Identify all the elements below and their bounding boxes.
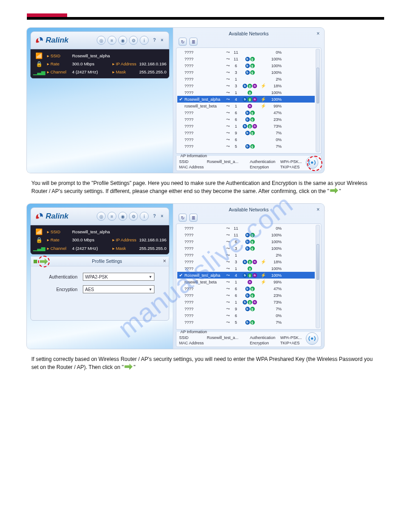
svg-point-1 bbox=[311, 338, 313, 340]
network-row[interactable]: ????⤳9bg7% bbox=[177, 129, 315, 136]
help-button[interactable]: ? bbox=[151, 37, 158, 43]
toolbar-btn-4[interactable]: ⚙ bbox=[129, 36, 138, 45]
available-networks-title: Available Networks bbox=[176, 30, 321, 38]
ap-info-legend: AP Information bbox=[179, 154, 208, 158]
toolbar-btn-1b[interactable]: ◎ bbox=[97, 212, 106, 221]
network-row[interactable]: ????⤳9bg7% bbox=[177, 305, 315, 312]
arrow-icon bbox=[330, 187, 338, 193]
toolbar-btn-3b[interactable]: ◉ bbox=[118, 212, 127, 221]
networks-table-2: ????⤳110%????⤳11bg100%????⤳6bg100%????⤳3… bbox=[176, 223, 321, 330]
panel-close-icon-2[interactable]: × bbox=[317, 206, 320, 213]
network-row[interactable]: ????⤳3bg100% bbox=[177, 245, 315, 252]
auth-select[interactable]: WPA2-PSK▼ bbox=[83, 273, 154, 281]
refresh-icon-2[interactable]: ↻ bbox=[179, 214, 187, 222]
network-row[interactable]: ????⤳3bgn⚡18% bbox=[177, 258, 315, 265]
network-row[interactable]: ????⤳12% bbox=[177, 76, 315, 82]
apinfo-auth-label: Authentication bbox=[250, 159, 280, 164]
network-row[interactable]: ????⤳11bg100% bbox=[177, 232, 315, 238]
list-icon[interactable]: ≣ bbox=[189, 38, 197, 46]
ralink-brand: Ralink bbox=[46, 36, 68, 45]
toolbar-btn-2[interactable]: ≡ bbox=[107, 36, 116, 45]
connect-button[interactable] bbox=[306, 156, 318, 169]
apinfo-enc-label: Encryption bbox=[250, 165, 280, 169]
apinfo-mac-label: MAC Address bbox=[179, 165, 207, 169]
network-row[interactable]: ????⤳60% bbox=[177, 312, 315, 319]
screenshot-2: Ralink ◎ ≡ ◉ ⚙ i ? × 📶 🔒 ▁▃▅ bbox=[27, 204, 324, 349]
svg-point-0 bbox=[311, 162, 313, 164]
header-red-bar bbox=[27, 13, 67, 17]
ralink-titlebar: Ralink ◎ ≡ ◉ ⚙ i ? × bbox=[30, 31, 169, 49]
status-panel: 📶 🔒 ▁▃▅ ▸ SSID Rosewill_test_alpha ▸ Rat… bbox=[30, 49, 169, 78]
rate-label: Rate bbox=[51, 61, 60, 66]
instruction-text-1: You will be prompt to the "Profile Setti… bbox=[31, 179, 380, 196]
network-row[interactable]: rosewill_test_beta⤳1n⚡99% bbox=[177, 103, 315, 109]
networks-scrollbar[interactable] bbox=[316, 49, 320, 152]
profile-settings-title: Profile Settings bbox=[48, 259, 166, 264]
mask-label: Mask bbox=[116, 69, 126, 74]
network-row[interactable]: ????⤳1bgn73% bbox=[177, 299, 315, 305]
networks-scrollbar-2[interactable] bbox=[316, 225, 320, 328]
signal-icon-2: ▁▃▅ bbox=[33, 245, 45, 251]
ralink-logo-2: Ralink bbox=[34, 211, 68, 221]
close-button[interactable]: × bbox=[159, 37, 165, 43]
panel-close-icon[interactable]: × bbox=[317, 30, 320, 37]
apinfo-mac-value bbox=[207, 165, 250, 169]
next-arrow-icon[interactable] bbox=[40, 258, 48, 265]
rate-value: 300.0 Mbps bbox=[72, 61, 112, 66]
toolbar-btn-4b[interactable]: ⚙ bbox=[129, 212, 138, 221]
mask-value: 255.255.255.0 bbox=[139, 69, 177, 74]
network-row[interactable]: ????⤳1bgn73% bbox=[177, 123, 315, 129]
network-row[interactable]: ????⤳3bg100% bbox=[177, 69, 315, 76]
back-square-icon[interactable] bbox=[34, 260, 37, 263]
antenna-icon: 📶 bbox=[35, 52, 43, 59]
lock-icon: 🔒 bbox=[36, 61, 43, 67]
network-row[interactable]: ????⤳110% bbox=[177, 225, 315, 232]
close-button-2[interactable]: × bbox=[159, 213, 165, 219]
network-row[interactable]: ????⤳12% bbox=[177, 252, 315, 258]
network-row[interactable]: ✔Rosewill_test_alpha⤳4bgn⚡100% bbox=[177, 96, 315, 103]
network-row[interactable]: ????⤳5bg7% bbox=[177, 143, 315, 150]
network-row[interactable]: ????⤳3bgn⚡18% bbox=[177, 82, 315, 89]
signal-icon: ▁▃▅ bbox=[33, 69, 45, 75]
ssid-value: Rosewill_test_alpha bbox=[72, 53, 177, 58]
network-row[interactable]: ????⤳6bg47% bbox=[177, 109, 315, 116]
network-row[interactable]: ????⤳110% bbox=[177, 49, 315, 56]
network-row[interactable]: ????⤳6bg23% bbox=[177, 116, 315, 123]
profile-settings-panel: Profile Settings × Authentication WPA2-P… bbox=[30, 256, 169, 321]
refresh-icon[interactable]: ↻ bbox=[179, 38, 187, 46]
network-row[interactable]: ????⤳5bg7% bbox=[177, 319, 315, 326]
ap-information-panel: AP Information SSID Rosewill_test_a... A… bbox=[176, 154, 321, 171]
header-black-bar bbox=[27, 17, 384, 20]
toolbar-btn-3[interactable]: ◉ bbox=[118, 36, 127, 45]
apinfo-ssid-label: SSID bbox=[179, 159, 207, 164]
ssid-label: SSID bbox=[51, 53, 60, 58]
profile-close-icon[interactable]: × bbox=[163, 258, 166, 264]
network-row[interactable]: ????⤳1g100% bbox=[177, 89, 315, 96]
networks-table: ????⤳110%????⤳11bg100%????⤳6bg100%????⤳3… bbox=[176, 47, 321, 154]
screenshot-1: Ralink ◎ ≡ ◉ ⚙ i ? × 📶 🔒 ▁▃▅ bbox=[27, 28, 324, 173]
enc-select[interactable]: AES▼ bbox=[83, 285, 154, 293]
network-row[interactable]: ????⤳6bg100% bbox=[177, 238, 315, 245]
help-button-2[interactable]: ? bbox=[151, 213, 158, 219]
toolbar-btn-5b[interactable]: i bbox=[140, 212, 149, 221]
network-row[interactable]: ????⤳6bg23% bbox=[177, 292, 315, 299]
network-row[interactable]: ????⤳11bg100% bbox=[177, 56, 315, 62]
toolbar-btn-5[interactable]: i bbox=[140, 36, 149, 45]
toolbar-btn-1[interactable]: ◎ bbox=[97, 36, 106, 45]
antenna-icon-2: 📶 bbox=[35, 228, 43, 235]
ralink-titlebar-2: Ralink ◎ ≡ ◉ ⚙ i ? × bbox=[30, 207, 169, 225]
connect-button-2[interactable] bbox=[306, 332, 318, 345]
toolbar-btn-2b[interactable]: ≡ bbox=[107, 212, 116, 221]
network-row[interactable]: ????⤳60% bbox=[177, 136, 315, 143]
instruction-text-2: If setting correctly based on Wireless R… bbox=[31, 355, 380, 372]
lock-icon-2: 🔒 bbox=[36, 237, 43, 243]
ip-label: IP Address bbox=[116, 61, 137, 66]
list-icon-2[interactable]: ≣ bbox=[189, 214, 197, 222]
network-row[interactable]: ✔Rosewill_test_alpha⤳4bgn⚡100% bbox=[177, 272, 315, 279]
enc-label: Encryption bbox=[42, 287, 77, 292]
available-networks-title-2: Available Networks bbox=[176, 206, 321, 214]
network-row[interactable]: ????⤳6bg100% bbox=[177, 62, 315, 69]
network-row[interactable]: ????⤳1g100% bbox=[177, 265, 315, 272]
network-row[interactable]: rosewill_test_beta⤳1n⚡99% bbox=[177, 279, 315, 285]
network-row[interactable]: ????⤳6bg47% bbox=[177, 285, 315, 292]
